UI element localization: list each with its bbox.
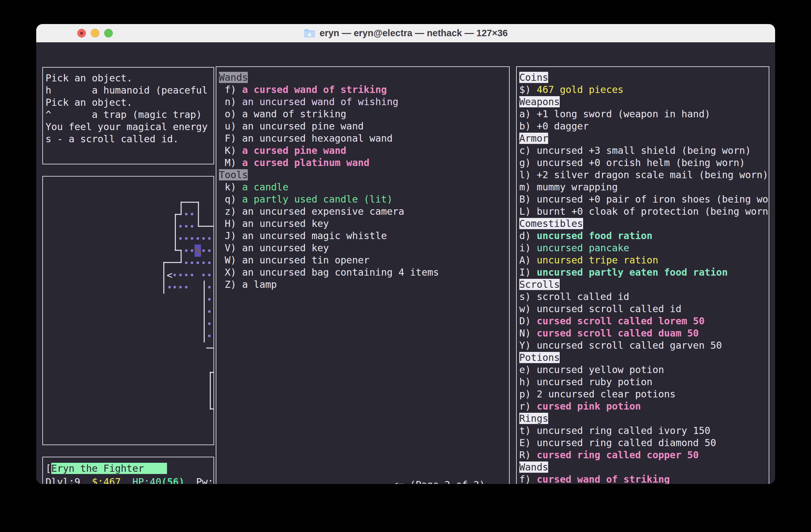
menu-item[interactable]: l) +2 silver dragon scale mail (being wo… bbox=[519, 169, 767, 181]
persistent-inventory: Coins$) 467 gold piecesWeaponsa) +1 long… bbox=[516, 66, 769, 484]
message-line: ^ a trap (magic trap) bbox=[46, 109, 212, 121]
map-floor-dot bbox=[208, 249, 211, 252]
menu-item[interactable]: o) a wand of striking bbox=[219, 108, 507, 120]
map-floor-dot bbox=[179, 274, 182, 276]
window-title-text: eryn — eryn@electra — nethack — 127×36 bbox=[320, 28, 508, 38]
menu-item[interactable]: X) an uncursed bag containing 4 items bbox=[219, 266, 507, 279]
menu-section-header: Scrolls bbox=[519, 279, 767, 291]
map-floor-dot bbox=[197, 262, 199, 264]
menu-item[interactable]: q) a partly used candle (lit) bbox=[219, 193, 507, 205]
map-floor-dot bbox=[173, 286, 176, 288]
menu-item[interactable]: Z) a lamp bbox=[219, 279, 507, 291]
menu-item[interactable]: $) 467 gold pieces bbox=[519, 84, 767, 96]
menu-item[interactable]: V) an uncursed key bbox=[219, 242, 507, 254]
menu-item[interactable]: R) cursed ring called copper 50 bbox=[519, 449, 767, 461]
menu-item[interactable]: k) a candle bbox=[219, 181, 507, 193]
map-floor-dot bbox=[191, 262, 193, 264]
map-floor-dot bbox=[185, 225, 187, 228]
unsaved-indicator-dot bbox=[80, 32, 83, 35]
message-line: Pick an object. bbox=[46, 96, 212, 109]
map-floor-dot bbox=[185, 213, 187, 215]
menu-item[interactable]: b) +0 dagger bbox=[519, 120, 767, 132]
menu-item[interactable]: D) cursed scroll called lorem 50 bbox=[519, 315, 767, 327]
map-floor-dot bbox=[185, 262, 187, 264]
menu-item[interactable]: u) an uncursed pine wand bbox=[219, 120, 507, 132]
terminal-content[interactable]: Pick an object.h a humanoid (peacefulPic… bbox=[36, 42, 775, 484]
map-window: <% bbox=[42, 176, 214, 445]
menu-section-header: Coins bbox=[519, 72, 767, 84]
menu-item[interactable]: n) an uncursed wand of wishing bbox=[219, 96, 507, 108]
menu-item[interactable]: N) cursed scroll called duam 50 bbox=[519, 327, 767, 339]
menu-item[interactable]: F) an uncursed hexagonal wand bbox=[219, 132, 507, 144]
menu-item[interactable]: L) burnt +0 cloak of protection (being w… bbox=[519, 205, 767, 218]
menu-item[interactable]: s) scroll called id bbox=[519, 291, 767, 303]
menu-item[interactable]: f) a cursed wand of striking bbox=[219, 84, 507, 96]
map-floor-dot bbox=[208, 286, 211, 288]
map-floor-dot bbox=[202, 237, 205, 240]
menu-item[interactable]: I) uncursed partly eaten food ration bbox=[519, 266, 767, 279]
menu-item[interactable]: t) uncursed ring called ivory 150 bbox=[519, 425, 767, 437]
map-floor-dot bbox=[179, 225, 182, 228]
map-floor-dot bbox=[208, 310, 211, 313]
menu-section-header: Comestibles bbox=[519, 218, 767, 230]
menu-item[interactable]: m) mummy wrapping bbox=[519, 181, 767, 193]
map-floor-dot bbox=[202, 249, 205, 252]
menu-item[interactable]: c) uncursed +3 small shield (being worn) bbox=[519, 144, 767, 157]
menu-item[interactable]: A) uncursed tripe ration bbox=[519, 254, 767, 266]
status-field bbox=[80, 476, 92, 484]
menu-item[interactable]: d) uncursed food ration bbox=[519, 230, 767, 242]
message-line: Pick an object. bbox=[46, 72, 212, 84]
menu-item[interactable]: B) uncursed +0 pair of iron shoes (being… bbox=[519, 193, 767, 205]
map-floor-dot bbox=[208, 334, 211, 337]
status-window: [Eryn the Fighter Dlvl:9 $:467 HP:40(56)… bbox=[42, 457, 214, 484]
status-field: Pw: bbox=[196, 476, 214, 484]
dungeon-map: <% bbox=[43, 176, 214, 444]
status-field: HP:40 bbox=[133, 476, 161, 484]
menu-item[interactable]: a) +1 long sword (weapon in hand) bbox=[519, 108, 767, 120]
message-window: Pick an object.h a humanoid (peacefulPic… bbox=[42, 67, 214, 165]
map-floor-dot bbox=[208, 323, 211, 325]
map-floor-dot bbox=[208, 274, 211, 276]
menu-item[interactable]: M) a cursed platinum wand bbox=[219, 157, 507, 169]
map-floor-dot bbox=[202, 262, 205, 264]
menu-item[interactable]: W) an uncursed tin opener bbox=[219, 254, 507, 266]
menu-section-header: Armor bbox=[519, 132, 767, 144]
menu-item[interactable]: K) a cursed pine wand bbox=[219, 144, 507, 157]
menu-item[interactable]: i) uncursed pancake bbox=[519, 242, 767, 254]
map-floor-dot bbox=[197, 237, 199, 240]
map-floor-dot bbox=[185, 237, 187, 240]
menu-item[interactable]: E) uncursed ring called diamond 50 bbox=[519, 437, 767, 449]
staircase-up-glyph: < bbox=[167, 269, 172, 281]
menu-item[interactable]: r) cursed pink potion bbox=[519, 400, 767, 412]
minimize-button[interactable] bbox=[91, 29, 100, 37]
menu-item[interactable]: e) uncursed yellow potion bbox=[519, 364, 767, 376]
folder-icon bbox=[304, 28, 316, 38]
menu-item[interactable]: z) an uncursed expensive camera bbox=[219, 205, 507, 218]
close-button[interactable] bbox=[77, 29, 86, 37]
message-lines: Pick an object.h a humanoid (peacefulPic… bbox=[43, 68, 214, 145]
map-floor-dot bbox=[179, 237, 182, 240]
menu-section-header: Wands bbox=[519, 461, 767, 473]
status-field: $:467 bbox=[92, 476, 121, 484]
status-field: Dlvl:9 bbox=[46, 476, 80, 484]
menu-item[interactable]: H) an uncursed key bbox=[219, 218, 507, 230]
map-floor-dot bbox=[208, 298, 211, 301]
menu-item[interactable]: f) cursed wand of striking bbox=[519, 473, 767, 484]
zoom-button[interactable] bbox=[104, 29, 113, 37]
inventory-menu-page2: Wands f) a cursed wand of striking n) an… bbox=[216, 66, 510, 484]
menu-section-header: Potions bbox=[519, 351, 767, 364]
menu-item[interactable]: J) an uncursed magic whistle bbox=[219, 230, 507, 242]
menu-item[interactable]: g) uncursed +0 orcish helm (being worn) bbox=[519, 157, 767, 169]
menu-section-header: Tools bbox=[219, 169, 507, 181]
status-field: (56) bbox=[161, 476, 184, 484]
terminal-window: eryn — eryn@electra — nethack — 127×36 P… bbox=[36, 24, 775, 484]
map-floor-dot bbox=[168, 286, 171, 288]
window-title: eryn — eryn@electra — nethack — 127×36 bbox=[304, 28, 508, 38]
menu-item[interactable]: p) 2 uncursed clear potions bbox=[519, 388, 767, 400]
menu-item[interactable]: w) uncursed scroll called id bbox=[519, 303, 767, 315]
menu-item[interactable]: Y) uncursed scroll called garven 50 bbox=[519, 339, 767, 351]
titlebar[interactable]: eryn — eryn@electra — nethack — 127×36 bbox=[36, 24, 775, 43]
map-floor-dot bbox=[191, 225, 193, 228]
window-controls bbox=[77, 24, 113, 42]
menu-item[interactable]: h) uncursed ruby potion bbox=[519, 376, 767, 388]
